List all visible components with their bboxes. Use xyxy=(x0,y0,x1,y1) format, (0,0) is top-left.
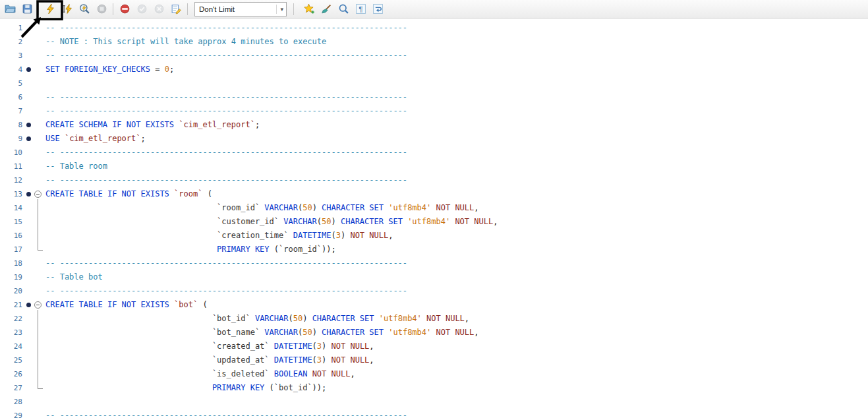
gutter: 29 xyxy=(0,409,42,420)
gutter: 16 xyxy=(0,229,42,243)
token-p: , xyxy=(474,328,478,337)
line-number: 14 xyxy=(0,201,24,215)
token-k: PRIMARY KEY xyxy=(217,245,269,254)
code-line: 4SET FOREIGN_KEY_CHECKS = 0; xyxy=(0,63,868,76)
save-snippet-button[interactable] xyxy=(301,1,318,17)
marker-column xyxy=(24,298,33,312)
find-button[interactable] xyxy=(335,1,352,17)
token-p: ( xyxy=(312,342,317,351)
token-n: 3 xyxy=(317,342,322,351)
token-p: ( xyxy=(202,189,212,198)
fold-column xyxy=(33,104,42,118)
fold-column xyxy=(33,409,42,420)
save-script-button[interactable] xyxy=(18,1,36,17)
token-p: ) xyxy=(322,342,331,351)
fold-column xyxy=(33,49,42,63)
stop-on-error-toggle-button[interactable] xyxy=(116,1,133,17)
token-p: ( xyxy=(332,231,336,240)
code-line: 25 `updated_at` DATETIME(3) NOT NULL, xyxy=(0,353,868,367)
code-line: 14 `room_id` VARCHAR(50) CHARACTER SET '… xyxy=(0,201,868,215)
cross-circle-icon xyxy=(154,3,165,15)
token-p: ( xyxy=(198,300,207,309)
token-p: )); xyxy=(312,383,327,392)
marker-column xyxy=(24,118,33,132)
autocommit-toggle-button[interactable] xyxy=(167,1,185,17)
fold-column xyxy=(33,395,42,409)
commit-button[interactable] xyxy=(133,1,150,17)
line-number: 17 xyxy=(0,243,24,256)
token-p: , xyxy=(493,217,498,226)
open-script-button[interactable] xyxy=(1,1,18,17)
save-floppy-icon xyxy=(22,3,33,15)
gutter: 23 xyxy=(0,326,42,340)
gutter: 22 xyxy=(0,312,42,326)
code-text: `room_id` VARCHAR(50) CHARACTER SET 'utf… xyxy=(45,201,479,215)
token-s: 'utf8mb4' xyxy=(407,217,450,226)
token-i: `room_id` xyxy=(279,245,322,254)
gutter: 24 xyxy=(0,340,42,353)
statement-marker-icon xyxy=(26,123,31,127)
marker-column xyxy=(24,146,33,160)
limit-dropdown-value: Don't Limit xyxy=(199,5,235,13)
execute-current-statement-button[interactable] xyxy=(59,1,76,17)
token-p: ) xyxy=(341,231,350,240)
star-plus-icon xyxy=(304,3,315,15)
code-text: `is_deleted` BOOLEAN NOT NULL, xyxy=(45,367,355,381)
token-k: VARCHAR xyxy=(264,203,298,212)
code-text: -- -------------------------------------… xyxy=(45,90,407,104)
token-p: ; xyxy=(255,120,260,129)
token-dash: -- -------------------------------------… xyxy=(45,258,407,268)
token-s: 'utf8mb4' xyxy=(379,314,422,323)
fold-column xyxy=(33,21,42,35)
limit-dropdown[interactable]: Don't Limit ▾ xyxy=(194,2,287,16)
token-k: CHARACTER SET xyxy=(322,328,384,337)
token-k: DATETIME xyxy=(274,355,312,365)
beautify-button[interactable] xyxy=(318,1,335,17)
gutter: 25 xyxy=(0,353,42,367)
line-number: 15 xyxy=(0,215,24,229)
gutter: 9 xyxy=(0,132,42,146)
svg-text:¶: ¶ xyxy=(359,5,362,13)
token-dash: -- -------------------------------------… xyxy=(45,51,407,60)
marker-column xyxy=(24,243,33,256)
fold-toggle-icon[interactable] xyxy=(34,301,42,309)
rollback-button[interactable] xyxy=(150,1,167,17)
token-k: CREATE TABLE IF NOT EXISTS xyxy=(45,300,169,309)
code-text: -- -------------------------------------… xyxy=(45,49,407,63)
token-k: VARCHAR xyxy=(255,314,289,323)
token-t: `cim_etl_report` xyxy=(179,120,255,129)
sql-editor[interactable]: 1-- ------------------------------------… xyxy=(0,18,868,420)
marker-column xyxy=(24,90,33,104)
token-n: 3 xyxy=(336,231,341,240)
token-p: ( xyxy=(264,383,274,392)
fold-toggle-icon[interactable] xyxy=(34,191,42,198)
token-m: NOT NULL xyxy=(332,342,370,351)
token-m: NOT NULL xyxy=(436,328,475,337)
gutter: 28 xyxy=(0,395,42,409)
code-line: 18-- -----------------------------------… xyxy=(0,256,868,270)
token-n: 50 xyxy=(322,217,331,226)
gutter: 7 xyxy=(0,104,42,118)
code-text: `creation_time` DATETIME(3) NOT NULL, xyxy=(45,229,393,243)
stop-query-button[interactable] xyxy=(93,1,110,17)
line-number: 24 xyxy=(0,340,24,353)
fold-column xyxy=(33,270,42,284)
code-text: -- -------------------------------------… xyxy=(45,256,407,270)
token-p: ( xyxy=(312,355,317,365)
gutter: 2 xyxy=(0,35,42,49)
marker-column xyxy=(24,21,33,35)
gutter: 1 xyxy=(0,21,42,35)
gutter: 18 xyxy=(0,256,42,270)
wrap-text-toggle-button[interactable] xyxy=(369,1,386,17)
explain-plan-button[interactable] xyxy=(76,1,93,17)
marker-column xyxy=(24,340,33,353)
line-number: 11 xyxy=(0,160,24,173)
execute-script-button[interactable] xyxy=(42,1,59,17)
fold-column xyxy=(33,35,42,49)
token-k: CHARACTER SET xyxy=(341,217,403,226)
workbench-sql-editor-window: { "toolbar": { "buttons": [ {"name": "op… xyxy=(0,0,868,420)
code-line: 3-- ------------------------------------… xyxy=(0,49,868,63)
line-number: 23 xyxy=(0,326,24,340)
fold-column xyxy=(33,132,42,146)
invisible-characters-toggle-button[interactable]: ¶ xyxy=(352,1,369,17)
